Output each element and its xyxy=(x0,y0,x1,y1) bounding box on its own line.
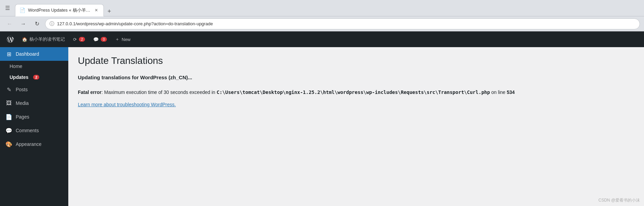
pages-icon: 📄 xyxy=(5,113,12,120)
sidebar-updates-label: Updates xyxy=(10,74,28,80)
new-label: New xyxy=(122,37,130,42)
admin-bar-updates[interactable]: ⟳ 2 xyxy=(69,31,89,47)
appearance-icon: 🎨 xyxy=(5,141,12,148)
wordpress-logo-icon xyxy=(6,35,14,43)
wp-admin-bar: 🏠 杨小羊的读书笔记 ⟳ 2 💬 0 ＋ New xyxy=(0,31,644,47)
updates-icon: ⟳ xyxy=(73,37,77,42)
error-colon: : Maximum execution time of 30 seconds e… xyxy=(101,90,216,95)
site-name-text: 杨小羊的读书笔记 xyxy=(29,36,65,42)
sidebar-item-comments[interactable]: 💬 Comments xyxy=(0,124,68,137)
admin-bar-new[interactable]: ＋ New xyxy=(111,31,135,47)
sidebar-media-label: Media xyxy=(16,100,29,106)
home-icon: 🏠 xyxy=(22,37,27,42)
sidebar-dashboard-label: Dashboard xyxy=(16,51,39,57)
sidebar-sub-item-home[interactable]: Home xyxy=(0,61,68,72)
wp-sidebar: ⊞ Dashboard Home Updates 2 ✎ Posts 🖼 Med… xyxy=(0,47,68,206)
error-line-label: on line xyxy=(490,90,507,95)
comments-icon: 💬 xyxy=(93,37,99,42)
sidebar-item-posts[interactable]: ✎ Posts xyxy=(0,83,68,96)
address-bar-row: ← → ↻ ⓘ 127.0.0.1/wordpress/wp-admin/upd… xyxy=(0,16,644,31)
sidebar-updates-badge: 2 xyxy=(33,75,39,80)
back-button[interactable]: ← xyxy=(4,18,15,29)
comments-count-badge: 0 xyxy=(101,37,107,42)
error-message: Fatal error: Maximum execution time of 3… xyxy=(78,88,634,96)
tab-title: WordPress Updates « 杨小羊的读 xyxy=(28,7,90,13)
new-icon: ＋ xyxy=(115,36,120,42)
media-icon: 🖼 xyxy=(5,100,12,107)
comments-sidebar-icon: 💬 xyxy=(5,127,12,134)
admin-bar-site-name[interactable]: 🏠 杨小羊的读书笔记 xyxy=(18,31,69,47)
error-prefix: Fatal error xyxy=(78,90,101,95)
sidebar-pages-label: Pages xyxy=(16,114,29,120)
sidebar-home-label: Home xyxy=(10,64,22,69)
sidebar-posts-label: Posts xyxy=(16,87,28,92)
tab-close-button[interactable]: ✕ xyxy=(93,7,99,13)
dashboard-icon: ⊞ xyxy=(5,51,12,57)
browser-chrome: ☰ 📄 WordPress Updates « 杨小羊的读 ✕ + xyxy=(0,0,644,16)
posts-icon: ✎ xyxy=(5,86,12,93)
tab-icon: 📄 xyxy=(19,8,25,13)
updates-count-badge: 2 xyxy=(79,37,85,42)
browser-window-controls: ☰ xyxy=(3,3,12,13)
error-line-number: 534 xyxy=(507,90,515,95)
sidebar-item-media[interactable]: 🖼 Media xyxy=(0,96,68,110)
sidebar-item-appearance[interactable]: 🎨 Appearance xyxy=(0,137,68,151)
wp-main-content: Update Translations Updating translation… xyxy=(68,47,644,206)
sidebar-item-pages[interactable]: 📄 Pages xyxy=(0,110,68,124)
new-tab-button[interactable]: + xyxy=(104,7,114,16)
sidebar-item-dashboard[interactable]: ⊞ Dashboard xyxy=(0,47,68,61)
sidebar-appearance-label: Appearance xyxy=(16,141,42,147)
address-bar[interactable]: ⓘ 127.0.0.1/wordpress/wp-admin/update-co… xyxy=(45,18,640,29)
sidebar-sub-item-updates[interactable]: Updates 2 xyxy=(0,72,68,83)
page-title: Update Translations xyxy=(78,55,634,66)
info-icon: ⓘ xyxy=(50,21,54,27)
error-path: C:\Users\tomcat\Desktop\nginx-1.25.2\htm… xyxy=(216,90,490,95)
active-tab[interactable]: 📄 WordPress Updates « 杨小羊的读 ✕ xyxy=(15,4,104,16)
wp-layout: ⊞ Dashboard Home Updates 2 ✎ Posts 🖼 Med… xyxy=(0,47,644,206)
learn-more-link[interactable]: Learn more about troubleshooting WordPre… xyxy=(78,102,176,107)
sidebar-comments-label: Comments xyxy=(16,128,39,133)
reload-button[interactable]: ↻ xyxy=(31,18,42,29)
sidebar-toggle-btn[interactable]: ☰ xyxy=(3,3,12,13)
admin-bar-comments[interactable]: 💬 0 xyxy=(89,31,111,47)
url-text: 127.0.0.1/wordpress/wp-admin/update-core… xyxy=(57,21,213,26)
update-status-text: Updating translations for WordPress (zh_… xyxy=(78,74,634,80)
tab-bar: 📄 WordPress Updates « 杨小羊的读 ✕ + xyxy=(15,0,641,16)
forward-button[interactable]: → xyxy=(18,18,29,29)
wp-logo[interactable] xyxy=(4,33,16,45)
watermark: CSDN @爱看书的小沫 xyxy=(598,197,640,203)
